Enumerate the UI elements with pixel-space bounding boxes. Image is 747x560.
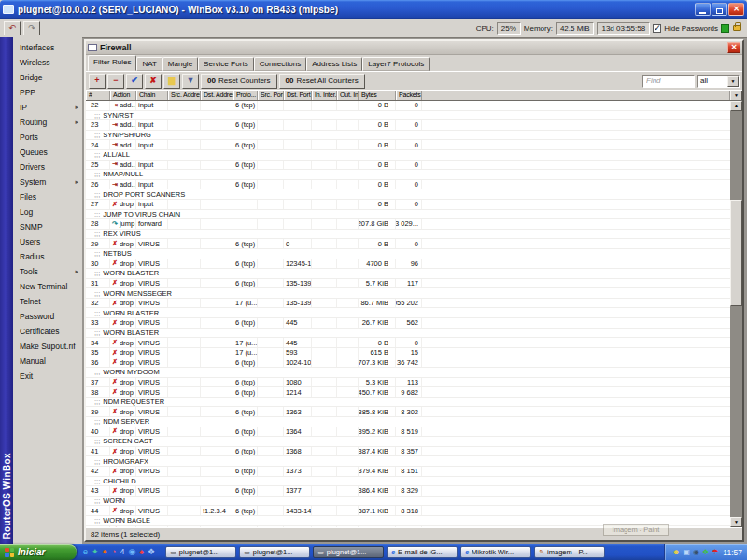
card-game-icon[interactable]: ♠ [139, 548, 144, 556]
comment-row[interactable]: ;;;WORN [86, 497, 730, 507]
browser-icon[interactable]: ● [103, 548, 107, 556]
rule-row[interactable]: 22⇥add...input6 (tcp)0 B0 [86, 101, 730, 111]
rule-row[interactable]: 29✗dropVIRUS6 (tcp)00 B0 [86, 239, 730, 249]
sidebar-item-manual[interactable]: Manual [13, 354, 82, 369]
rule-row[interactable]: 44✗dropVIRUS!1.2.3.46 (tcp)1433-1434387.… [86, 506, 730, 516]
scrollbar-thumb[interactable] [730, 200, 742, 306]
comment-row[interactable]: ;;;REX VIRUS [86, 230, 730, 240]
rule-row[interactable]: 34✗dropVIRUS17 (u...4450 B0 [86, 338, 730, 348]
comment-row[interactable]: ;;;CHICHILD [86, 477, 730, 487]
comment-row[interactable]: ;;;WORN MENSSEGER [86, 288, 730, 299]
undo-button[interactable]: ↶ [4, 21, 21, 35]
scroll-down-button[interactable]: ▼ [730, 517, 742, 527]
column-header-col[interactable]: # [86, 91, 110, 100]
sidebar-item-bridge[interactable]: Bridge [13, 70, 82, 85]
tab-nat[interactable]: NAT [136, 57, 162, 71]
firewall-close-button[interactable]: ✕ [727, 42, 740, 53]
rule-row[interactable]: 25⇥add...input6 (tcp)0 B0 [86, 161, 730, 171]
sidebar-item-certificates[interactable]: Certificates [13, 324, 82, 339]
column-header-src-port[interactable]: Src. Port [258, 91, 284, 100]
column-header-action[interactable]: Action [110, 91, 136, 100]
rule-row[interactable]: 33✗dropVIRUS6 (tcp)44526.7 KiB562 [86, 318, 730, 329]
rule-row[interactable]: 43✗dropVIRUS6 (tcp)1377386.4 KiB8 329 [86, 486, 730, 497]
rule-row[interactable]: 41✗dropVIRUS6 (tcp)1368387.4 KiB8 357 [86, 447, 730, 457]
sidebar-item-routing[interactable]: Routing▸ [13, 115, 82, 130]
rule-row[interactable]: 26⇥add...input6 (tcp)0 B0 [86, 180, 730, 190]
avira-umbrella-tray-icon[interactable]: ☂ [712, 549, 718, 556]
rule-row[interactable]: 40✗dropVIRUS6 (tcp)1364395.2 KiB8 519 [86, 427, 730, 438]
sidebar-item-log[interactable]: Log [13, 204, 82, 219]
minimize-button[interactable] [695, 3, 711, 16]
reset-all-counters-button[interactable]: 00 Reset All Counters [279, 74, 365, 89]
comment-row[interactable]: ;;;WORN MYDOOM [86, 368, 730, 378]
volume-tray-icon[interactable]: ◉ [693, 549, 699, 556]
internet-explorer-icon[interactable]: e [83, 548, 88, 556]
filter-scope-dropdown[interactable]: all ▼ [697, 75, 740, 88]
rule-row[interactable]: 23⇥add...input6 (tcp)0 B0 [86, 120, 730, 131]
tab-address-lists[interactable]: Address Lists [306, 57, 362, 71]
column-header-bytes[interactable]: Bytes [359, 91, 396, 100]
sidebar-item-telnet[interactable]: Telnet [13, 294, 82, 309]
column-header-packets[interactable]: Packets [396, 91, 422, 100]
sidebar-item-queues[interactable]: Queues [13, 145, 82, 160]
remove-button[interactable]: − [107, 74, 124, 89]
comment-row[interactable]: ;;;SYN/RST [86, 111, 730, 121]
scroll-up-button[interactable]: ▲ [730, 101, 742, 111]
sidebar-item-tools[interactable]: Tools▸ [13, 264, 82, 279]
tab-filter-rules[interactable]: Filter Rules [88, 55, 136, 71]
rule-row[interactable]: 37✗dropVIRUS6 (tcp)10805.3 KiB113 [86, 378, 730, 388]
rule-row[interactable]: 24⇥add...input6 (tcp)0 B0 [86, 140, 730, 150]
comment-row[interactable]: ;;;ALL/ALL [86, 150, 730, 161]
chat-icon[interactable]: ❖ [148, 548, 155, 556]
task-button-mikrotik-wir[interactable]: eMikrotik Wir... [460, 546, 531, 558]
sidebar-item-password[interactable]: Password [13, 309, 82, 324]
task-button-imagem-p[interactable]: ✎imagem - P... [534, 546, 605, 558]
comment-row[interactable]: ;;;NETBUS [86, 249, 730, 259]
sidebar-item-new-terminal[interactable]: New Terminal [13, 279, 82, 294]
task-button-plugnet-1[interactable]: ▭plugnet@1... [313, 546, 384, 558]
hide-passwords-checkbox[interactable]: ✓ [653, 24, 661, 33]
comment-row[interactable]: ;;;NMAP/NULL [86, 170, 730, 180]
column-header-in-inter[interactable]: In. Inter... [312, 91, 337, 100]
close-button[interactable]: ✕ [728, 3, 744, 16]
tab-connections[interactable]: Connections [254, 57, 306, 71]
enable-button[interactable]: ✔ [126, 74, 143, 89]
task-button-e-mail-de-ig[interactable]: eE-mail de iG... [387, 546, 458, 558]
column-header-src-address[interactable]: Src. Address [168, 91, 201, 100]
find-input[interactable] [642, 75, 695, 88]
comment-row[interactable]: ;;;JUMP TO VIRUS CHAIN [86, 210, 730, 220]
rule-row[interactable]: 36✗dropVIRUS6 (tcp)1024-10301707.3 KiB36… [86, 357, 730, 368]
restore-button[interactable] [712, 3, 727, 16]
comment-row[interactable]: ;;;NDM REQUESTER [86, 398, 730, 408]
media-player-icon[interactable]: ◉ [128, 548, 135, 556]
start-button[interactable]: Iniciar [0, 544, 77, 560]
sidebar-item-wireless[interactable]: Wireless [13, 55, 82, 70]
rule-row[interactable]: 42✗dropVIRUS6 (tcp)1373379.4 KiB8 151 [86, 467, 730, 477]
tab-mangle[interactable]: Mangle [162, 57, 198, 71]
column-header-out-int[interactable]: Out. Int... [337, 91, 359, 100]
rule-row[interactable]: 28↷jumpforward207.8 GiB393 029... [86, 219, 730, 230]
comment-row[interactable]: ;;;WORN BLASTER [86, 329, 730, 339]
sidebar-item-exit[interactable]: Exit [13, 369, 82, 384]
column-header-dst-address[interactable]: Dst. Address [201, 91, 233, 100]
sidebar-item-radius[interactable]: Radius [13, 249, 82, 264]
sidebar-item-files[interactable]: Files [13, 189, 82, 204]
task-button-plugnet-1[interactable]: ▭plugnet@1... [239, 546, 310, 558]
comment-row[interactable]: ;;;SCREEN CAST [86, 437, 730, 447]
tab-layer7-protocols[interactable]: Layer7 Protocols [362, 57, 430, 71]
sidebar-item-drivers[interactable]: Drivers [13, 160, 82, 175]
four-app-icon[interactable]: 4 [120, 548, 124, 556]
comment-row[interactable]: ;;;HROMGRAFX [86, 456, 730, 467]
sidebar-item-users[interactable]: Users [13, 234, 82, 249]
firewall-titlebar[interactable]: Firewall ✕ [86, 41, 742, 55]
add-button[interactable]: + [89, 74, 106, 89]
rule-row[interactable]: 30✗dropVIRUS6 (tcp)12345-12...4700 B96 [86, 259, 730, 270]
vertical-scrollbar[interactable]: ▲ ▼ [730, 101, 742, 527]
sidebar-item-ports[interactable]: Ports [13, 130, 82, 145]
column-header-proto[interactable]: Proto... [233, 91, 258, 100]
task-button-plugnet-1[interactable]: ▭plugnet@1... [165, 546, 236, 558]
dropdown-button[interactable]: ▼ [727, 76, 739, 87]
msn-messenger-icon[interactable]: ✦ [92, 548, 99, 556]
comment-row[interactable]: ;;;WORN BLASTER [86, 308, 730, 318]
filter-button[interactable]: ▼ [182, 74, 199, 89]
